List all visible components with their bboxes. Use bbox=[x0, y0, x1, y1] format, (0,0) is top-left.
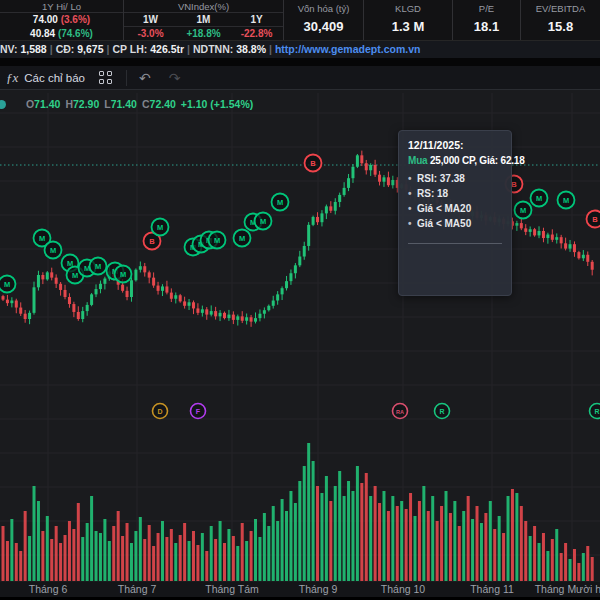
signal-row[interactable]: DFRARR bbox=[153, 404, 600, 419]
hi-lo-cell: 1Y Hi/ Lo 74.00 (3.6%) 40.84 (74.6%) bbox=[0, 0, 123, 40]
svg-text:R: R bbox=[594, 408, 599, 415]
lo-value: 40.84 (74.6%) bbox=[0, 27, 123, 41]
month-label[interactable]: Tháng 11 bbox=[470, 583, 514, 595]
infobar-separator: | bbox=[266, 43, 275, 55]
infobar-value: 426.5tr bbox=[150, 43, 184, 55]
tooltip-action: Mua 25,000 CP, Giá: 62.18 bbox=[408, 155, 502, 166]
trade-tooltip: 12/11/2025: Mua 25,000 CP, Giá: 62.18 RS… bbox=[398, 130, 512, 296]
svg-text:B: B bbox=[310, 159, 316, 168]
svg-text:F: F bbox=[196, 408, 201, 415]
symbol-logo-dot bbox=[0, 100, 6, 109]
month-label[interactable]: Tháng 7 bbox=[118, 583, 157, 595]
vnindex-period-labels: 1W1M1Y bbox=[124, 13, 283, 27]
infobar-label: CP LH: bbox=[112, 43, 150, 55]
tooltip-bullet: RSI: 37.38 bbox=[408, 171, 502, 186]
svg-text:M: M bbox=[277, 198, 283, 207]
vnindex-period-label: 1M bbox=[177, 13, 230, 26]
stat-cell-pe: P/E 18.1 bbox=[452, 0, 520, 40]
vnindex-period-value: +18.8% bbox=[177, 27, 230, 40]
infobar-label: NDTNN: bbox=[193, 43, 236, 55]
infobar-value: 38.8% bbox=[236, 43, 266, 55]
company-infobar: NV: 1,588|CĐ: 9,675|CP LH: 426.5tr|NDTNN… bbox=[0, 41, 600, 58]
vnindex-title: VNIndex(%) bbox=[124, 0, 283, 13]
infobar-separator: | bbox=[184, 43, 193, 55]
infobar-separator: | bbox=[47, 43, 56, 55]
vnindex-cell: VNIndex(%) 1W1M1Y -3.0%+18.8%-22.8% bbox=[123, 0, 283, 40]
svg-text:M: M bbox=[536, 194, 542, 203]
vnindex-period-label: 1Y bbox=[230, 13, 283, 26]
stat-cell-marketcap: Vốn hóa (tỷ) 30,409 bbox=[283, 0, 363, 40]
buy-label: Mua bbox=[408, 155, 427, 166]
ohlc-key: H bbox=[65, 98, 73, 110]
stat-value: 30,409 bbox=[284, 15, 363, 40]
stats-topbar: 1Y Hi/ Lo 74.00 (3.6%) 40.84 (74.6%) VNI… bbox=[0, 0, 600, 41]
ohlc-value: 71.40 bbox=[34, 98, 60, 110]
svg-text:M: M bbox=[120, 270, 126, 279]
month-label[interactable]: Tháng 9 bbox=[299, 583, 338, 595]
svg-text:M: M bbox=[95, 262, 101, 271]
vnindex-period-values: -3.0%+18.8%-22.8% bbox=[124, 27, 283, 40]
svg-text:M: M bbox=[50, 246, 56, 255]
undo-icon[interactable]: ↶ bbox=[139, 71, 151, 85]
svg-text:M: M bbox=[563, 196, 569, 205]
low-pct: (74.6%) bbox=[58, 28, 93, 39]
stat-label: P/E bbox=[453, 0, 520, 15]
month-label[interactable]: Tháng Tám bbox=[205, 583, 259, 595]
infobar-label: NV: bbox=[0, 43, 20, 55]
layout-grid-icon[interactable] bbox=[99, 71, 112, 84]
stat-cell-volume: KLGD 1.3 M bbox=[363, 0, 452, 40]
high-value: 74.00 bbox=[33, 14, 58, 25]
low-value: 40.84 bbox=[30, 28, 55, 39]
month-label[interactable]: Tháng 10 bbox=[381, 583, 426, 595]
svg-text:B: B bbox=[592, 215, 598, 224]
stat-value: 1.3 M bbox=[364, 15, 452, 40]
stat-value: 15.8 bbox=[521, 15, 600, 40]
tooltip-bullet: RS: 18 bbox=[408, 186, 502, 201]
price-change: +1.10 (+1.54%) bbox=[181, 98, 253, 110]
svg-text:B: B bbox=[149, 237, 155, 246]
chart-toolbar: ƒx Các chỉ báo ↶ ↷ bbox=[0, 66, 600, 90]
divider-strip bbox=[0, 58, 600, 66]
stat-label: EV/EBITDA bbox=[521, 0, 600, 15]
vnindex-period-label: 1W bbox=[124, 13, 177, 26]
tooltip-indicator-list: RSI: 37.38RS: 18Giá < MA20Giá < MA50 bbox=[408, 171, 502, 231]
indicators-button[interactable]: Các chỉ báo bbox=[24, 72, 85, 84]
ohlc-key: O bbox=[26, 98, 34, 110]
high-pct: (3.6%) bbox=[61, 14, 90, 25]
month-label[interactable]: Tháng Mười hai bbox=[535, 583, 600, 595]
stock-chart-app: 1Y Hi/ Lo 74.00 (3.6%) 40.84 (74.6%) VNI… bbox=[0, 0, 600, 600]
fx-indicator-icon[interactable]: ƒx bbox=[6, 70, 18, 86]
svg-text:M: M bbox=[214, 236, 220, 245]
stat-label: KLGD bbox=[364, 0, 452, 15]
tooltip-bullet: Giá < MA50 bbox=[408, 216, 502, 231]
infobar-label: CĐ: bbox=[56, 43, 78, 55]
ohlc-value: 72.90 bbox=[73, 98, 99, 110]
ohlc-value: 72.40 bbox=[150, 98, 176, 110]
svg-text:M: M bbox=[157, 223, 163, 232]
tooltip-divider bbox=[408, 243, 502, 244]
ohlc-value: 71.40 bbox=[111, 98, 137, 110]
toolbar-separator bbox=[126, 70, 127, 86]
stat-label: Vốn hóa (tỷ) bbox=[284, 0, 363, 15]
svg-text:M: M bbox=[72, 271, 78, 280]
svg-text:B: B bbox=[511, 180, 517, 189]
infobar-value: 1,588 bbox=[20, 43, 46, 55]
svg-text:M: M bbox=[239, 234, 245, 243]
svg-text:M: M bbox=[4, 280, 10, 289]
ohlc-key: L bbox=[104, 98, 110, 110]
volume-bars bbox=[2, 443, 594, 581]
month-label[interactable]: Tháng 6 bbox=[29, 583, 68, 595]
svg-text:M: M bbox=[520, 206, 526, 215]
vnindex-period-value: -3.0% bbox=[124, 27, 177, 40]
svg-text:M: M bbox=[260, 217, 266, 226]
svg-text:D: D bbox=[157, 408, 162, 415]
hi-value: 74.00 (3.6%) bbox=[0, 13, 123, 27]
ohlc-key: C bbox=[142, 98, 150, 110]
company-url-link[interactable]: http://www.gemadept.com.vn bbox=[275, 43, 420, 55]
chart-area[interactable]: MMMMMMMMMBMMMMMMMMMBBMMMBDFRARRTháng 6Th… bbox=[0, 90, 600, 600]
stat-value: 18.1 bbox=[453, 15, 520, 40]
svg-text:M: M bbox=[39, 234, 45, 243]
hi-lo-title: 1Y Hi/ Lo bbox=[0, 0, 123, 13]
svg-text:RA: RA bbox=[396, 409, 404, 415]
ohlc-legend: O71.40H72.90L71.40C72.40+1.10 (+1.54%) bbox=[0, 98, 253, 111]
